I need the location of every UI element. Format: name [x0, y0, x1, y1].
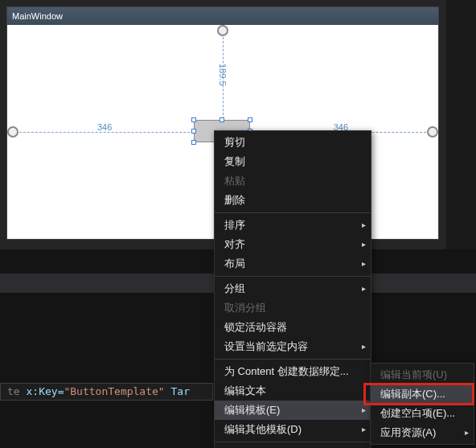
anchor-right[interactable]	[427, 126, 438, 138]
menu-copy[interactable]: 复制	[215, 152, 371, 171]
edit-template-submenu[interactable]: 编辑当前项(U) 编辑副本(C)... 创建空白项(E)... 应用资源(A)	[370, 363, 474, 445]
xaml-attr: x:Key	[26, 385, 57, 397]
menu-edit-template[interactable]: 编辑模板(E)	[215, 401, 371, 420]
resize-handle[interactable]	[220, 117, 224, 122]
menu-group[interactable]: 分组	[215, 279, 371, 298]
anchor-top[interactable]	[217, 25, 228, 36]
menu-view-code[interactable]: 查看代码	[215, 445, 371, 448]
submenu-edit-copy[interactable]: 编辑副本(C)...	[371, 384, 474, 404]
menu-cut[interactable]: 剪切	[215, 133, 371, 152]
submenu-create-empty[interactable]: 创建空白项(E)...	[371, 404, 474, 423]
menu-edit-other-templates[interactable]: 编辑其他模板(D)	[215, 420, 371, 439]
submenu-edit-current: 编辑当前项(U)	[371, 365, 474, 384]
window-titlebar: MainWindow	[7, 7, 438, 25]
xaml-code-line[interactable]: te x:Key="ButtonTemplate" Tar	[0, 383, 213, 401]
menu-ungroup: 取消分组	[215, 298, 371, 318]
resize-handle[interactable]	[191, 117, 196, 122]
menu-edit-text[interactable]: 编辑文本	[215, 381, 371, 401]
menu-lock-container[interactable]: 锁定活动容器	[215, 318, 371, 337]
menu-align[interactable]: 对齐	[215, 235, 371, 254]
menu-paste: 粘贴	[215, 171, 371, 191]
anchor-left[interactable]	[7, 126, 18, 138]
xaml-prefix: te	[7, 385, 26, 397]
submenu-apply-resource[interactable]: 应用资源(A)	[371, 423, 474, 442]
menu-separator	[215, 442, 371, 442]
margin-value-left: 346	[97, 122, 112, 132]
menu-set-selection[interactable]: 设置当前选定内容	[215, 337, 371, 356]
menu-order[interactable]: 排序	[215, 216, 371, 235]
context-menu[interactable]: 剪切 复制 粘贴 删除 排序 对齐 布局 分组 取消分组 锁定活动容器 设置当前…	[214, 130, 371, 448]
xaml-tail: Tar	[165, 385, 190, 397]
margin-value-top: 189.5	[218, 64, 228, 86]
menu-separator	[215, 359, 371, 360]
menu-separator	[215, 212, 371, 213]
window-title-text: MainWindow	[12, 11, 63, 21]
menu-separator	[215, 276, 371, 277]
menu-create-binding[interactable]: 为 Content 创建数据绑定...	[215, 362, 371, 381]
menu-layout[interactable]: 布局	[215, 254, 371, 273]
resize-handle[interactable]	[191, 129, 196, 134]
xaml-value: ButtonTemplate	[70, 385, 158, 397]
resize-handle[interactable]	[191, 140, 196, 145]
menu-delete[interactable]: 删除	[215, 191, 371, 210]
resize-handle[interactable]	[248, 117, 252, 122]
